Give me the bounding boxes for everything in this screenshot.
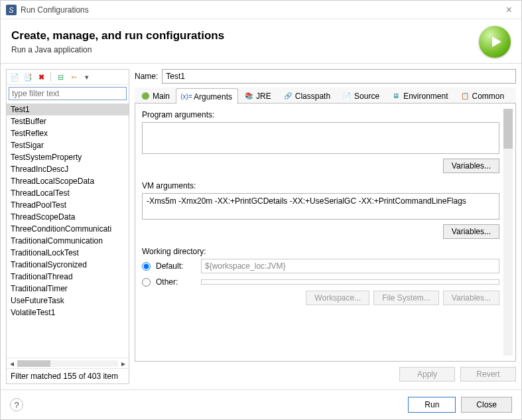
footer: ? Run Close (1, 389, 521, 419)
apply-button[interactable]: Apply (399, 367, 455, 382)
source-tab-icon: 📄 (342, 92, 352, 101)
duplicate-icon[interactable]: 📑 (23, 72, 33, 82)
workdir-label: Working directory: (142, 247, 499, 256)
config-list-item[interactable]: TestSigar (7, 139, 129, 151)
program-args-input[interactable] (142, 122, 499, 154)
editor-area: Name: 🟢Main(x)=Arguments📚JRE🔗Classpath📄S… (135, 69, 516, 384)
other-radio[interactable] (142, 278, 151, 287)
config-list-item[interactable]: TestReflex (7, 127, 129, 139)
tab-jre[interactable]: 📚JRE (238, 88, 277, 104)
tab-label: Main (153, 92, 170, 101)
run-button[interactable]: Run (408, 397, 456, 413)
tab-label: Source (354, 92, 379, 101)
program-variables-button[interactable]: Variables... (443, 159, 499, 173)
config-list-item[interactable]: TraditionalCommunication (7, 235, 129, 247)
workspace-button[interactable]: Workspace... (306, 291, 369, 305)
default-radio[interactable] (142, 262, 151, 271)
config-list-item[interactable]: TraditionalThread (7, 271, 129, 283)
common-tab-icon: 📋 (460, 92, 470, 101)
name-label: Name: (135, 72, 158, 81)
titlebar: S Run Configurations × (1, 1, 521, 19)
config-list-item[interactable]: ThreadIncDescJ (7, 163, 129, 175)
config-list-item[interactable]: Test1 (7, 104, 129, 115)
arguments-tab-icon: (x)= (182, 92, 191, 102)
config-list-item[interactable]: ThreeConditionCommunicati (7, 223, 129, 235)
tab-label: Arguments (194, 92, 232, 102)
jre-tab-icon: 📚 (244, 92, 253, 101)
tab-common[interactable]: 📋Common (454, 88, 511, 104)
config-list-item[interactable]: TestSystemProperty (7, 151, 129, 163)
config-list-item[interactable]: ThreadLocalTest (7, 187, 129, 199)
default-path-field: ${workspace_loc:JVM} (201, 259, 499, 273)
tab-arguments[interactable]: (x)=Arguments (176, 88, 238, 104)
config-list[interactable]: Test1TestBufferTestReflexTestSigarTestSy… (7, 102, 129, 358)
filter-icon[interactable]: ➳ (68, 72, 79, 82)
new-config-icon[interactable]: 📄 (9, 72, 20, 82)
config-list-item[interactable]: VolatileTest1 (7, 307, 129, 318)
program-args-label: Program arguments: (142, 110, 499, 119)
run-hero-icon (479, 26, 511, 58)
vm-args-input[interactable] (142, 193, 499, 220)
filesystem-button[interactable]: File System... (373, 291, 439, 305)
help-icon[interactable]: ? (10, 398, 23, 411)
window-title: Run Configurations (21, 5, 89, 15)
tab-source[interactable]: 📄Source (336, 88, 385, 104)
delete-icon[interactable]: ✖ (36, 72, 46, 82)
config-list-item[interactable]: ThreadLocalScopeData (7, 175, 129, 187)
tabs: 🟢Main(x)=Arguments📚JRE🔗Classpath📄Source🖥… (135, 88, 516, 104)
default-label: Default: (156, 261, 196, 271)
tab-classpath[interactable]: 🔗Classpath (277, 88, 336, 104)
app-icon: S (6, 5, 17, 15)
tab-label: JRE (256, 92, 271, 101)
revert-button[interactable]: Revert (460, 367, 516, 382)
dir-variables-button[interactable]: Variables... (443, 291, 499, 305)
header: Create, manage, and run configurations R… (1, 19, 521, 63)
config-list-item[interactable]: UseFutureTask (7, 295, 129, 307)
sidebar: 📄 📑 ✖ ⊟ ➳ ▾ Test1TestBufferTestReflexTes… (6, 69, 129, 384)
v-scrollbar[interactable] (503, 109, 513, 356)
config-list-item[interactable]: TraditionalSycronized (7, 259, 129, 271)
svg-marker-0 (492, 36, 501, 47)
name-input[interactable] (162, 69, 516, 84)
vm-variables-button[interactable]: Variables... (443, 224, 499, 239)
page-title: Create, manage, and run configurations (11, 29, 479, 42)
h-scrollbar[interactable]: ◂▸ (7, 358, 129, 368)
classpath-tab-icon: 🔗 (283, 92, 293, 101)
page-subtitle: Run a Java application (11, 45, 479, 54)
config-list-item[interactable]: ThreadPoolTest (7, 199, 129, 211)
tab-label: Environment (403, 92, 448, 101)
filter-status: Filter matched 155 of 403 item (7, 368, 129, 384)
environment-tab-icon: 🖥 (391, 92, 401, 101)
tab-main[interactable]: 🟢Main (135, 88, 176, 104)
main-tab-icon: 🟢 (141, 92, 150, 101)
config-list-item[interactable]: TraditionalTimer (7, 283, 129, 295)
config-list-item[interactable]: TestBuffer (7, 115, 129, 127)
config-list-item[interactable]: ThreadScopeData (7, 211, 129, 223)
vm-args-label: VM arguments: (142, 181, 499, 190)
arguments-panel: Program arguments: Variables... VM argum… (135, 104, 516, 362)
tab-label: Common (472, 92, 505, 101)
config-list-item[interactable]: TraditionalLockTest (7, 247, 129, 259)
other-path-field[interactable] (201, 279, 499, 285)
other-label: Other: (156, 277, 196, 287)
collapse-icon[interactable]: ⊟ (55, 72, 66, 82)
tab-environment[interactable]: 🖥Environment (385, 88, 454, 104)
close-button[interactable]: Close (461, 397, 512, 413)
close-icon[interactable]: × (502, 4, 516, 16)
dropdown-icon[interactable]: ▾ (82, 72, 92, 82)
sidebar-toolbar: 📄 📑 ✖ ⊟ ➳ ▾ (7, 70, 129, 85)
filter-input[interactable] (9, 87, 127, 100)
tab-label: Classpath (295, 92, 330, 101)
